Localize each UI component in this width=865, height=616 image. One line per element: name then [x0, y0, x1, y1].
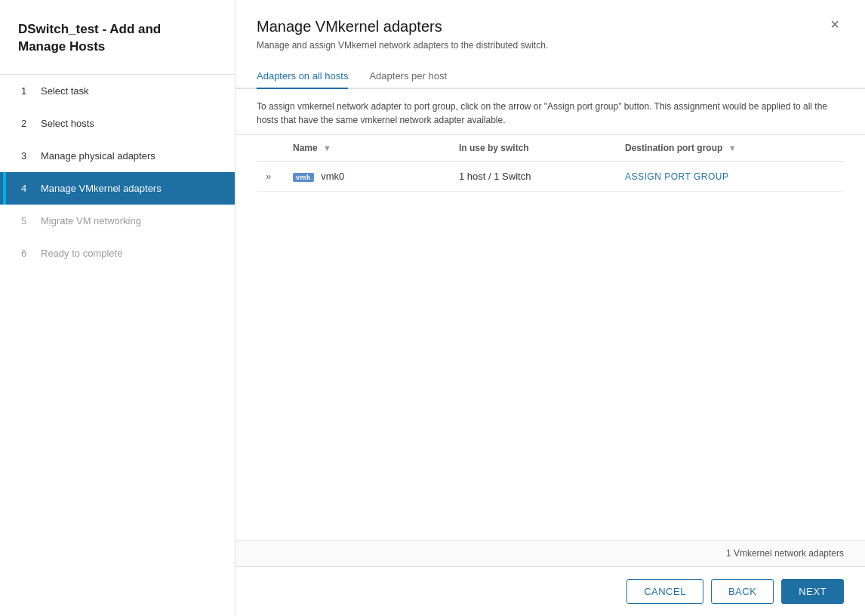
dialog-header-text: Manage VMkernel adapters Manage and assi…	[257, 18, 548, 51]
sidebar-title: DSwitch_test - Add and Manage Hosts	[0, 0, 235, 75]
cancel-button[interactable]: CANCEL	[626, 579, 703, 604]
step-label-1: Select task	[41, 85, 89, 97]
adapter-count-text: 1 Vmkernel network adapters	[726, 548, 844, 559]
step-number-2: 2	[21, 118, 33, 129]
table-head: Name ▼ In use by switch Destination port…	[257, 135, 844, 162]
step-label-2: Select hosts	[41, 118, 94, 129]
step-number-1: 1	[21, 85, 33, 97]
inuse-value: 1 host / 1 Switch	[459, 171, 531, 182]
modal-container: DSwitch_test - Add and Manage Hosts 1 Se…	[0, 0, 865, 616]
step-item-4: 4 Manage VMkernel adapters	[0, 172, 235, 205]
back-button[interactable]: BACK	[711, 579, 774, 604]
name-filter-icon[interactable]: ▼	[323, 143, 331, 152]
adapter-name: vmk0	[321, 171, 344, 182]
main-content: Manage VMkernel adapters Manage and assi…	[235, 0, 865, 616]
step-label-3: Manage physical adapters	[41, 150, 155, 162]
step-item-5: 5 Migrate VM networking	[0, 205, 235, 237]
step-item-1: 1 Select task	[0, 75, 235, 107]
close-button[interactable]: ×	[826, 15, 844, 33]
sidebar-steps: 1 Select task 2 Select hosts 3 Manage ph…	[0, 75, 235, 616]
step-item-2: 2 Select hosts	[0, 107, 235, 140]
step-label-5: Migrate VM networking	[41, 215, 141, 226]
table-cell-name: vmk vmk0	[287, 162, 453, 192]
dialog-header: Manage VMkernel adapters Manage and assi…	[235, 0, 865, 51]
col-header-expand	[257, 135, 287, 162]
col-header-name: Name ▼	[287, 135, 453, 162]
step-item-3: 3 Manage physical adapters	[0, 140, 235, 172]
tab-bar: Adapters on all hosts Adapters per host	[235, 64, 865, 89]
tab-adapters-all-hosts[interactable]: Adapters on all hosts	[257, 64, 348, 89]
adapters-table: Name ▼ In use by switch Destination port…	[257, 135, 844, 192]
table-cell-inuse: 1 host / 1 Switch	[453, 162, 619, 192]
action-buttons: CANCEL BACK NEXT	[235, 566, 865, 616]
adapters-table-container: Name ▼ In use by switch Destination port…	[235, 135, 865, 540]
step-number-6: 6	[21, 248, 33, 259]
dest-filter-icon[interactable]: ▼	[728, 143, 737, 152]
step-item-6: 6 Ready to complete	[0, 237, 235, 270]
adapter-icon: vmk	[293, 173, 314, 182]
dialog-subtitle: Manage and assign VMkernel network adapt…	[257, 40, 548, 51]
assign-port-group-link[interactable]: ASSIGN PORT GROUP	[625, 171, 728, 182]
step-number-3: 3	[21, 150, 33, 162]
col-header-dest: Destination port group ▼	[619, 135, 844, 162]
sidebar: DSwitch_test - Add and Manage Hosts 1 Se…	[0, 0, 235, 616]
table-cell-expand: »	[257, 162, 287, 192]
next-button[interactable]: NEXT	[781, 579, 844, 604]
step-number-4: 4	[21, 183, 33, 194]
table-body: » vmk vmk0 1 host / 1 Switch ASSIGN PORT…	[257, 162, 844, 192]
table-cell-dest: ASSIGN PORT GROUP	[619, 162, 844, 192]
step-label-6: Ready to complete	[41, 248, 122, 259]
tab-adapters-per-host[interactable]: Adapters per host	[369, 64, 447, 89]
table-row: » vmk vmk0 1 host / 1 Switch ASSIGN PORT…	[257, 162, 844, 192]
info-text: To assign vmkernel network adapter to po…	[235, 89, 865, 135]
step-label-4: Manage VMkernel adapters	[41, 183, 162, 194]
step-number-5: 5	[21, 215, 33, 226]
row-expand-button[interactable]: »	[263, 169, 274, 183]
col-header-inuse: In use by switch	[453, 135, 619, 162]
footer-count: 1 Vmkernel network adapters	[235, 540, 865, 566]
dialog-title: Manage VMkernel adapters	[257, 18, 548, 35]
